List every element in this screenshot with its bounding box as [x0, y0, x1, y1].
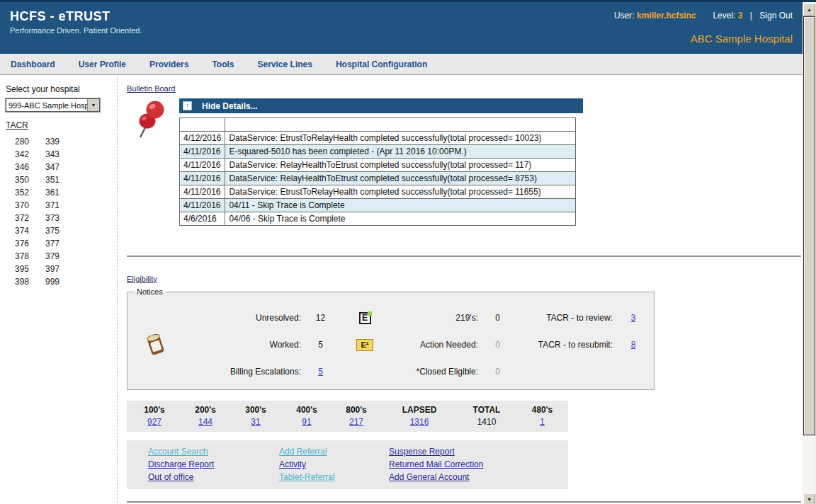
- tacr-review-value-link[interactable]: 3: [631, 313, 636, 323]
- quick-link-discharge-report[interactable]: Discharge Report: [148, 459, 279, 469]
- username: kmiller.hcfsinc: [637, 11, 696, 21]
- tacr-number[interactable]: 374: [15, 226, 35, 236]
- bulletin-date-cell: 4/11/2016: [180, 172, 225, 185]
- bucket-label: LAPSED: [382, 405, 457, 415]
- bucket-value-link[interactable]: 1: [540, 417, 545, 427]
- bulletin-row: 4/6/201604/06 - Skip Trace is Complete: [180, 212, 576, 226]
- nav-item-service-lines[interactable]: Service Lines: [258, 59, 312, 69]
- scrollbar-thumb[interactable]: [803, 16, 815, 435]
- tacr-list: 2803393423433463473503513523613703713723…: [6, 135, 117, 288]
- tacr-resubmit-label: TACR - to resubmit:: [517, 340, 613, 350]
- account-buckets-bar: 100's927200's144300's31400's91800's217LA…: [127, 401, 568, 432]
- bulletin-row: 4/11/2016E-squared-5010 has been complet…: [180, 145, 576, 159]
- chevron-down-icon[interactable]: ▼: [87, 99, 99, 111]
- hospital-select[interactable]: 999-ABC Sample Hosp ▼: [6, 98, 100, 112]
- bottom-divider: [127, 501, 801, 503]
- scroll-up-icon[interactable]: ▲: [803, 4, 815, 16]
- notices-legend: Notices: [134, 287, 166, 296]
- tacr-number[interactable]: 395: [15, 264, 35, 274]
- bucket-value-link[interactable]: 217: [349, 417, 363, 427]
- tacr-number[interactable]: 372: [15, 213, 35, 223]
- vertical-scrollbar[interactable]: ▲ ▼: [803, 2, 816, 504]
- bucket-value-link[interactable]: 927: [147, 417, 162, 427]
- nav-item-user-profile[interactable]: User Profile: [79, 59, 126, 69]
- bulletin-row: 4/11/2016DataService: RelayHealthToEtrus…: [180, 159, 576, 172]
- bucket-value-link[interactable]: 144: [198, 417, 212, 427]
- tacr-resubmit-value-link[interactable]: 8: [631, 340, 636, 350]
- tacr-number[interactable]: 342: [15, 149, 35, 159]
- collapse-up-icon[interactable]: ↑: [183, 101, 192, 110]
- sidebar: Select your hospital 999-ABC Sample Hosp…: [0, 76, 118, 504]
- tacr-number[interactable]: 339: [45, 137, 65, 147]
- nav-item-dashboard[interactable]: Dashboard: [11, 59, 55, 69]
- bucket-label: 200's: [182, 405, 229, 415]
- closed-eligible-label: *Closed Eligible:: [390, 367, 478, 377]
- tacr-number[interactable]: 352: [15, 188, 35, 197]
- bucket-value-link[interactable]: 1316: [410, 417, 429, 427]
- hospital-name: ABC Sample Hospital: [614, 33, 793, 45]
- bucket-value: 31: [229, 417, 283, 427]
- tacr-number[interactable]: 397: [45, 264, 65, 274]
- tacr-number[interactable]: 280: [15, 137, 35, 147]
- tacr-number[interactable]: 378: [15, 251, 35, 261]
- tacr-number[interactable]: 351: [45, 175, 65, 185]
- bulletin-board-link[interactable]: Bulletin Board: [127, 84, 176, 93]
- quick-link-add-referral[interactable]: Add Referral: [279, 447, 389, 457]
- quick-links-panel: Account SearchDischarge ReportOut of off…: [127, 440, 568, 489]
- worked-label: Worked:: [184, 340, 301, 350]
- tacr-number[interactable]: 379: [45, 251, 65, 261]
- bulletin-message-cell: DataService: RelayHealthToEtrust complet…: [225, 159, 576, 172]
- tacr-number[interactable]: 346: [15, 162, 35, 172]
- quick-link-account-search[interactable]: Account Search: [148, 447, 279, 457]
- nav-item-hospital-configuration[interactable]: Hospital Configuration: [336, 59, 427, 69]
- bucket-value-link[interactable]: 31: [251, 417, 260, 427]
- bucket-label: 800's: [331, 405, 382, 415]
- bucket-200s: 200's144: [182, 405, 229, 427]
- quick-links-column: Suspense ReportReturned Mail CorrectionA…: [389, 447, 545, 482]
- tacr-row: 342343: [15, 148, 117, 161]
- tacr-number[interactable]: 347: [45, 162, 65, 172]
- app-window: HCFS - eTRUST Performance Driven. Patien…: [0, 0, 816, 504]
- tacr-number[interactable]: 376: [15, 239, 35, 248]
- bulletin-row: 4/12/2016DataService: EtrustToRelayHealt…: [180, 132, 576, 145]
- e2-folder-icon: E²: [356, 339, 373, 351]
- tacr-row: 398999: [15, 275, 117, 288]
- bucket-value-link[interactable]: 91: [302, 417, 311, 427]
- hide-details-bar[interactable]: ↑ Hide Details...: [179, 98, 583, 113]
- nav-item-tools[interactable]: Tools: [212, 59, 234, 69]
- quick-link-tablet-referral[interactable]: Tablet-Referral: [279, 472, 389, 482]
- tacr-number[interactable]: 371: [45, 200, 65, 210]
- tacr-row: 378379: [15, 250, 117, 263]
- tacr-number[interactable]: 375: [45, 226, 65, 236]
- billing-escalations-value-link[interactable]: 5: [318, 367, 323, 377]
- scrollbar-track[interactable]: [803, 436, 815, 493]
- tacr-row: 280339: [15, 135, 117, 148]
- tacr-number[interactable]: 370: [15, 200, 35, 210]
- nav-item-providers[interactable]: Providers: [149, 59, 188, 69]
- tacr-number[interactable]: 999: [45, 277, 65, 287]
- section-divider: [127, 256, 801, 257]
- tacr-number[interactable]: 373: [45, 213, 65, 223]
- tacr-number[interactable]: 361: [45, 188, 65, 197]
- quick-links-column: Add ReferralActivityTablet-Referral: [279, 447, 389, 482]
- tacr-review-label: TACR - to review:: [517, 313, 613, 323]
- user-label: User:: [614, 11, 635, 21]
- sign-out-link[interactable]: Sign Out: [759, 11, 793, 21]
- quick-link-suspense-report[interactable]: Suspense Report: [389, 447, 545, 457]
- tacr-number[interactable]: 343: [45, 149, 65, 159]
- app-tagline: Performance Driven. Patient Oriented.: [10, 26, 142, 35]
- quick-link-out-of-office[interactable]: Out of office: [148, 472, 279, 482]
- tacr-link[interactable]: TACR: [6, 120, 28, 130]
- bulletin-header-row: [180, 118, 576, 132]
- tacr-number[interactable]: 350: [15, 175, 35, 185]
- tacr-number[interactable]: 398: [15, 277, 35, 287]
- eligibility-link[interactable]: Eligibility: [127, 275, 157, 283]
- tacr-number[interactable]: 377: [45, 239, 65, 248]
- scroll-down-icon[interactable]: ▼: [803, 493, 815, 504]
- tacr-row: 370371: [15, 199, 117, 212]
- quick-link-activity[interactable]: Activity: [279, 459, 389, 469]
- bucket-value: 91: [283, 417, 331, 427]
- quick-link-returned-mail-correction[interactable]: Returned Mail Correction: [389, 459, 545, 469]
- quick-link-add-general-account[interactable]: Add General Account: [389, 472, 545, 482]
- header-banner: HCFS - eTRUST Performance Driven. Patien…: [0, 2, 803, 54]
